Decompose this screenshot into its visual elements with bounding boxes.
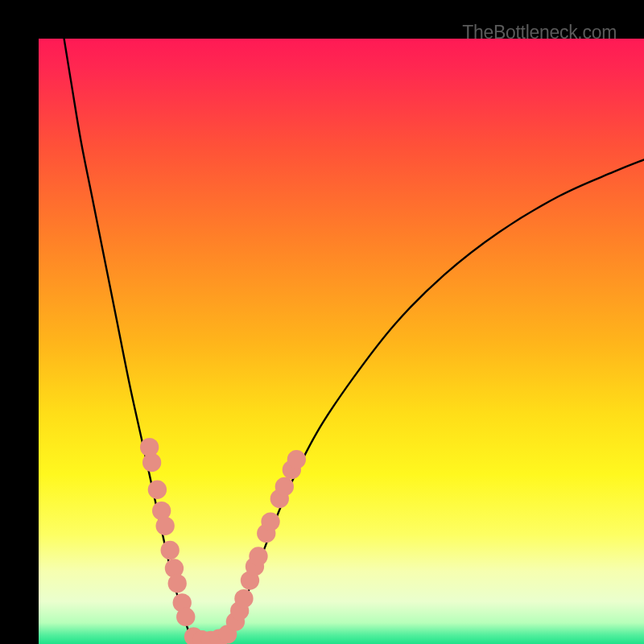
data-marker [249, 547, 267, 565]
data-marker [156, 517, 175, 535]
chart-plot-area [39, 39, 644, 644]
chart-svg [39, 39, 644, 644]
data-marker [168, 574, 187, 592]
data-marker [161, 541, 180, 559]
data-marker [148, 481, 167, 499]
data-marker [275, 477, 294, 496]
chart-frame: TheBottleneck.com [0, 0, 644, 644]
chart-background [39, 39, 644, 644]
data-marker [176, 608, 195, 626]
data-marker [261, 512, 279, 530]
data-marker [140, 438, 159, 456]
watermark-text: TheBottleneck.com [462, 22, 617, 43]
data-marker [287, 450, 306, 469]
data-marker [234, 589, 253, 608]
